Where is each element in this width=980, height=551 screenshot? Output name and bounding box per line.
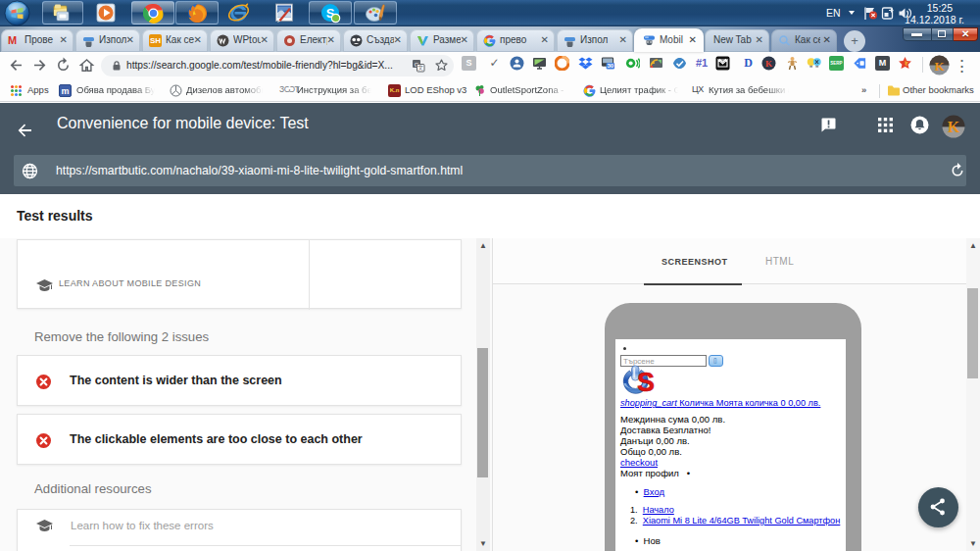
svg-text:K: K (765, 59, 772, 69)
svg-text:文: 文 (417, 64, 423, 71)
svg-text:30: 30 (607, 62, 613, 69)
svg-text:K: K (948, 119, 960, 135)
svg-text:S: S (637, 368, 655, 395)
svg-text:K: K (934, 59, 945, 74)
